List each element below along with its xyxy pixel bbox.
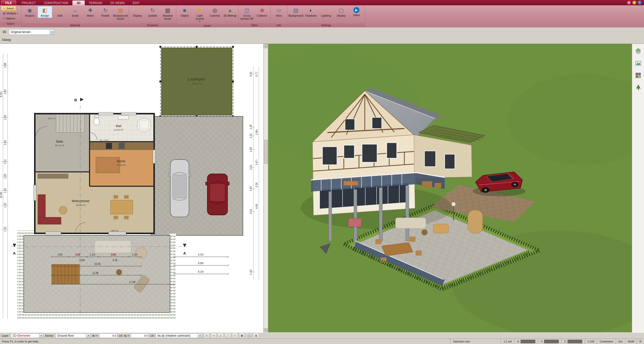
bitmap-3d-button[interactable]: ▲ 3D-Bitmap [223,6,237,18]
ortho-snap-button[interactable]: ┴ [232,333,238,338]
history-button[interactable]: ⊙ [204,333,209,338]
svg-text:1.94: 1.94 [249,186,252,191]
shadow-brush-button[interactable]: ▧ Shadow brush [160,6,175,21]
scroll-down-button[interactable]: ▼ [264,328,268,332]
edit-button[interactable]: ✎ Edit [53,6,67,18]
collision-button[interactable]: ⊗ Collision [255,6,269,18]
car-red-plan[interactable] [206,174,229,215]
grid-icon: ▦ [241,334,243,337]
display-mode-button[interactable]: ▭ [211,333,216,338]
video-button[interactable]: ▶ Video [349,6,364,17]
area-button[interactable]: ▱ Area [272,6,286,18]
scroll-up-button[interactable]: ▲ [264,44,268,48]
assign-button[interactable]: ◧ Assign [38,6,52,18]
scale-icon: ↔ [72,7,78,14]
scale-label: Scale [72,14,79,17]
selection-ratio-status: 1:1 sel [501,339,514,344]
cross-section-button[interactable]: ◫ Cross section 3D [240,6,254,21]
object-button[interactable]: ■ Object [177,6,192,18]
plan-2d-pane[interactable]: 6.02⁵ 10.90 2.88 2.82 2.00 2.00 1.51 1.0… [0,44,264,332]
quick-action-icon[interactable]: ↯ [632,1,636,5]
tab-file[interactable]: FILE [1,1,16,5]
light-source-button[interactable]: ✹ Light source ▾ [192,6,207,23]
chevron-down-icon[interactable]: ▾ [50,29,54,35]
background-image-button[interactable] [634,59,642,67]
shadow-display-button[interactable]: ☀ Display [130,6,145,18]
plan-vertical-scrollbar[interactable]: ▲ ▼ [264,44,268,332]
acquire-button[interactable]: ◉ Acquire [22,6,37,18]
layer-label: Layer: [2,334,9,337]
select-button[interactable]: ↖ Select [1,6,16,11]
multiple-button[interactable]: ▣ Multiple ▾ [1,11,20,16]
floor-plan[interactable]: 6.02⁵ 10.90 2.88 2.82 2.00 2.00 1.51 1.0… [0,44,263,332]
tab-terrain[interactable]: TERRAIN [85,1,106,5]
svg-text:1.33: 1.33 [4,188,7,193]
layer-select[interactable]: 2D-Elemente ▾ [11,333,44,338]
help-icon[interactable]: ? [638,1,641,5]
lighting-settings-button[interactable]: ☼ Lighting [319,6,333,18]
options-button[interactable]: + Options [1,16,17,21]
layers-icon [635,48,642,55]
camera-button[interactable]: ◎ Camera [208,6,222,18]
layers-panel-button[interactable] [634,47,642,55]
svg-text:6.15⁵: 6.15⁵ [198,253,204,256]
terrace-table[interactable] [52,264,79,284]
unit-status[interactable]: Centimetre [597,339,616,344]
shadow-brush-icon: ▧ [165,7,170,14]
angle-snap-button[interactable]: ∠ [218,333,223,338]
palette-icon [635,72,642,79]
dx-input[interactable] [99,334,117,337]
dy-input[interactable] [131,334,149,337]
svg-text:10.90: 10.90 [0,192,3,198]
section-label-a1: A [13,251,16,255]
material-palette-button[interactable] [634,72,642,79]
group-label-info: Info [271,23,287,27]
group-label-material: Material [21,23,129,27]
tab-construction[interactable]: CONSTRUCTION [40,1,72,5]
scale-status[interactable]: 1:100 [585,339,597,344]
coord-mode-select[interactable]: dx,dy (relative cartesian) ▾ [156,333,202,338]
storey-select[interactable]: Ground floor ▾ [55,333,91,338]
house-plan: Diele 18.14 m² Bad 14.12 m² Küche 19.20 … [34,112,155,235]
tab-project[interactable]: PROJECT [18,1,40,5]
monitor-icon: ▭ [212,334,215,337]
display-settings-button[interactable]: ▢ Display [334,6,349,18]
svg-text:6.96⁵: 6.96⁵ [198,262,204,265]
carport[interactable]: CARPORT 36.06 m² [159,46,234,117]
tab-edit[interactable]: EDIT [129,1,144,5]
tab-3d[interactable]: 3D [72,1,85,5]
dy-unit: cm [150,334,154,337]
chevron-down-icon[interactable]: ▾ [198,334,202,338]
rotate-button[interactable]: ↻ Rotate [98,6,113,18]
plants-panel-button[interactable] [634,84,642,91]
render-3d-pane[interactable] [268,44,632,332]
car-silver-plan[interactable] [169,160,191,217]
scale-button[interactable]: ↔ Scale [68,6,82,18]
chevron-down-icon[interactable]: ▾ [86,334,90,338]
cursor-mode-button[interactable]: ▮ [253,333,259,338]
terrain-select[interactable]: Original terrain ▾ [9,29,54,35]
dialog-bar: Dialog: [0,36,644,44]
options-icon: + [3,17,5,20]
favourite-icon[interactable]: ♥ [627,1,631,5]
camera-label: Camera [210,14,220,17]
active-tool-status: Selection tool [450,339,501,344]
shadows-settings-button[interactable]: ◐ Shadows [304,6,318,18]
move-button[interactable]: ✚ Move [83,6,98,18]
svg-text:2.01: 2.01 [249,209,252,214]
ribbon-group-material: ◉ Acquire ◧ Assign ✎ Edit ↔ Scale ✚ Mo [21,5,129,27]
render-3d[interactable] [268,44,632,332]
north-icon: N [247,334,251,337]
diagonal-snap-button[interactable]: ╱ [225,333,231,338]
grid-toggle-button[interactable]: ▦ [239,333,245,338]
background-brush-button[interactable]: ▨ Background brush [113,6,128,21]
tab-2d-views[interactable]: 2D VIEWS [106,1,129,5]
scrollbar-thumb[interactable] [264,140,268,164]
numlock-status: NUM [625,339,637,344]
shadow-update-button[interactable]: ↻ Update [145,6,160,18]
terrace-side-table[interactable] [116,269,122,275]
background-settings-button[interactable]: ▤ Background [289,6,303,18]
north-arrow-button[interactable]: N [246,333,252,338]
svg-text:6.15⁵: 6.15⁵ [198,270,204,273]
chevron-down-icon[interactable]: ▾ [39,334,43,338]
